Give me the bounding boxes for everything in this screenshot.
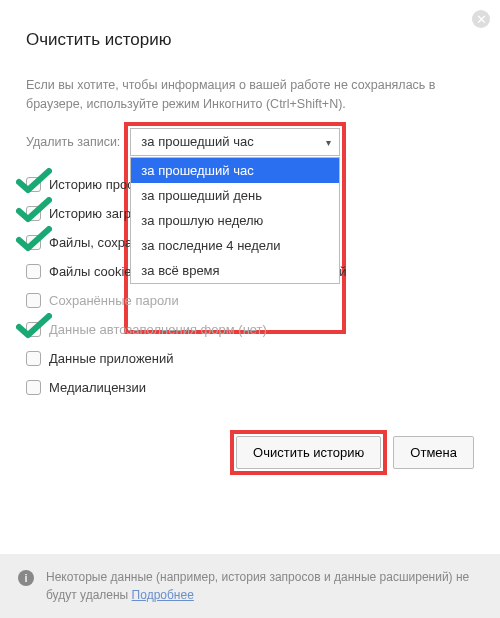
- dropdown-option[interactable]: за прошедший день: [131, 183, 339, 208]
- dropdown-option[interactable]: за последние 4 недели: [131, 233, 339, 258]
- dropdown-option[interactable]: за прошлую неделю: [131, 208, 339, 233]
- time-range-label: Удалить записи:: [26, 135, 120, 149]
- time-range-row: Удалить записи: за прошедший час ▾ за пр…: [26, 128, 474, 156]
- checkbox[interactable]: [26, 380, 41, 395]
- dialog-title: Очистить историю: [26, 30, 474, 50]
- chevron-down-icon: ▾: [326, 136, 331, 147]
- dialog-description: Если вы хотите, чтобы информация о вашей…: [26, 76, 474, 114]
- option-label: Данные автозаполнения форм (нет): [49, 322, 267, 337]
- option-autofill: Данные автозаполнения форм (нет): [26, 315, 474, 344]
- checkbox[interactable]: [26, 351, 41, 366]
- checkbox[interactable]: [26, 177, 41, 192]
- option-extra: (нет): [238, 322, 267, 337]
- footer-note: i Некоторые данные (например, история за…: [0, 554, 500, 618]
- option-label: Медиалицензии: [49, 380, 146, 395]
- dialog-buttons: Очистить историю Отмена: [26, 436, 474, 469]
- checkbox: [26, 293, 41, 308]
- learn-more-link[interactable]: Подробнее: [132, 588, 194, 602]
- dropdown-option[interactable]: за всё время: [131, 258, 339, 283]
- option-label: Данные приложений: [49, 351, 174, 366]
- cancel-button[interactable]: Отмена: [393, 436, 474, 469]
- time-range-select[interactable]: за прошедший час ▾: [130, 128, 340, 156]
- time-range-select-wrap: за прошедший час ▾ за прошедший час за п…: [130, 128, 340, 156]
- time-range-dropdown: за прошедший час за прошедший день за пр…: [130, 157, 340, 284]
- checkbox[interactable]: [26, 264, 41, 279]
- checkbox: [26, 322, 41, 337]
- footer-text: Некоторые данные (например, история запр…: [46, 568, 482, 604]
- time-range-value: за прошедший час: [141, 134, 253, 149]
- option-label: Сохранённые пароли: [49, 293, 179, 308]
- info-icon: i: [18, 570, 34, 586]
- clear-history-button[interactable]: Очистить историю: [236, 436, 381, 469]
- option-passwords: Сохранённые пароли: [26, 286, 474, 315]
- clear-history-dialog: Очистить историю Если вы хотите, чтобы и…: [0, 0, 500, 469]
- checkbox[interactable]: [26, 206, 41, 221]
- dropdown-option[interactable]: за прошедший час: [131, 158, 339, 183]
- option-app-data[interactable]: Данные приложений: [26, 344, 474, 373]
- option-media-licenses[interactable]: Медиалицензии: [26, 373, 474, 402]
- checkbox[interactable]: [26, 235, 41, 250]
